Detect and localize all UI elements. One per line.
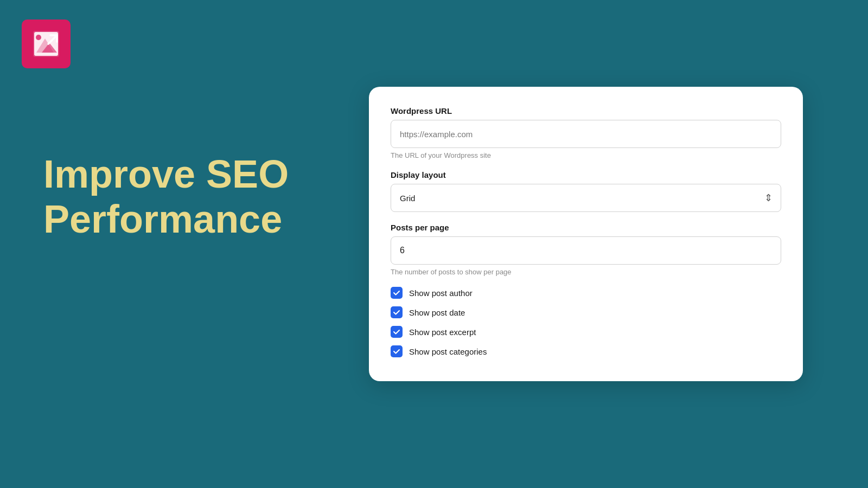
wordpress-url-input[interactable] [391, 120, 781, 148]
form-card: Wordpress URL The URL of your Wordpress … [369, 87, 803, 381]
checkbox-categories-label: Show post categories [409, 347, 487, 356]
display-layout-label: Display layout [391, 170, 781, 179]
posts-per-page-input[interactable] [391, 236, 781, 265]
checkbox-author-label: Show post author [409, 288, 473, 298]
checkmark-icon [393, 289, 400, 297]
logo [22, 20, 71, 68]
wordpress-url-hint: The URL of your Wordpress site [391, 151, 781, 159]
hero-heading: Improve SEO Performance [43, 152, 289, 242]
checkbox-author-box [391, 287, 403, 299]
wordpress-url-label: Wordpress URL [391, 106, 781, 115]
checkbox-excerpt-label: Show post excerpt [409, 328, 476, 337]
checkbox-date-label: Show post date [409, 308, 465, 317]
checkbox-list: Show post author Show post date Show pos… [391, 287, 781, 357]
display-layout-section: Display layout Grid List Masonry ⇕ [391, 170, 781, 212]
checkmark-icon [393, 309, 400, 316]
display-layout-wrapper: Grid List Masonry ⇕ [391, 184, 781, 212]
checkbox-show-excerpt[interactable]: Show post excerpt [391, 326, 781, 338]
wordpress-url-section: Wordpress URL The URL of your Wordpress … [391, 106, 781, 159]
hero-text-block: Improve SEO Performance [43, 152, 289, 242]
checkbox-show-categories[interactable]: Show post categories [391, 345, 781, 357]
checkbox-show-author[interactable]: Show post author [391, 287, 781, 299]
display-layout-select[interactable]: Grid List Masonry [391, 184, 781, 212]
checkbox-categories-box [391, 345, 403, 357]
checkbox-show-date[interactable]: Show post date [391, 306, 781, 318]
posts-per-page-hint: The number of posts to show per page [391, 268, 781, 276]
hero-line1: Improve SEO [43, 152, 289, 196]
logo-icon [30, 28, 62, 60]
posts-per-page-section: Posts per page The number of posts to sh… [391, 223, 781, 276]
svg-point-5 [36, 35, 41, 40]
checkmark-icon [393, 348, 400, 355]
hero-line2: Performance [43, 197, 282, 241]
checkmark-icon [393, 328, 400, 336]
checkbox-date-box [391, 306, 403, 318]
posts-per-page-label: Posts per page [391, 223, 781, 232]
checkbox-excerpt-box [391, 326, 403, 338]
